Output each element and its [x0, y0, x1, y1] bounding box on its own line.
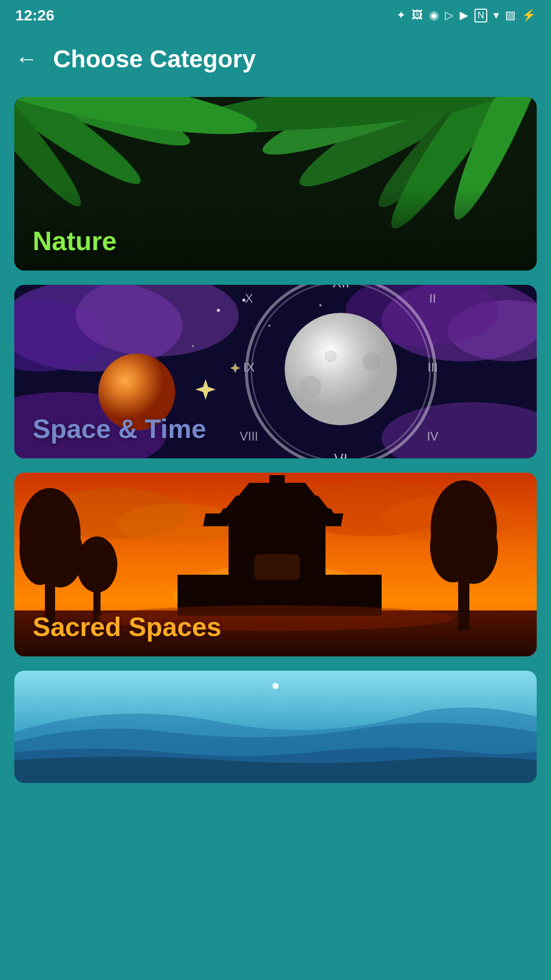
nfc-icon: N — [474, 9, 487, 22]
app-icon-2: 🖼 — [412, 9, 423, 22]
svg-rect-65 — [269, 475, 285, 485]
svg-marker-62 — [213, 508, 341, 524]
page-title: Choose Category — [53, 45, 256, 73]
app-icon-3: ◉ — [429, 9, 439, 22]
sacred-spaces-label: Sacred Spaces — [33, 611, 221, 642]
svg-point-45 — [353, 394, 369, 410]
svg-point-43 — [285, 313, 397, 425]
svg-point-74 — [77, 536, 117, 593]
back-button[interactable]: ← — [15, 47, 38, 70]
svg-text:XII: XII — [332, 285, 349, 290]
category-card-sacred-spaces[interactable]: Sacred Spaces — [14, 473, 537, 656]
svg-point-59 — [37, 521, 83, 587]
svg-point-77 — [272, 683, 279, 689]
app-icon-4: ▷ — [445, 9, 454, 22]
svg-point-25 — [192, 345, 194, 347]
svg-point-22 — [217, 309, 220, 312]
svg-text:VI: VI — [335, 455, 347, 458]
svg-point-24 — [319, 304, 321, 306]
svg-text:III: III — [428, 360, 438, 374]
svg-point-47 — [362, 352, 381, 371]
app-icon-1: ✦ — [396, 9, 406, 22]
svg-text:IV: IV — [427, 429, 439, 443]
svg-marker-66 — [203, 513, 229, 526]
svg-point-72 — [449, 514, 498, 584]
svg-text:IX: IX — [243, 360, 255, 374]
category-card-fourth[interactable] — [14, 671, 537, 783]
app-bar: ← Choose Category — [0, 31, 551, 87]
svg-point-46 — [324, 350, 337, 362]
svg-text:VIII: VIII — [240, 429, 258, 443]
category-card-nature[interactable]: Nature — [14, 97, 537, 271]
category-list: Nature — [0, 87, 551, 793]
app-icon-5: ▶ — [460, 9, 468, 22]
status-bar: 12:26 ✦ 🖼 ◉ ▷ ▶ N ▾ ▨ ⚡ — [0, 0, 551, 31]
wifi-icon: ▾ — [493, 9, 499, 22]
category-card-space-time[interactable]: XII III VI IX II IV III X VIII IX VI XII… — [14, 285, 537, 458]
space-time-label: Space & Time — [33, 413, 206, 444]
svg-marker-63 — [226, 496, 328, 508]
signal-icon: ▨ — [505, 9, 516, 22]
battery-icon: ⚡ — [522, 9, 536, 22]
status-time: 12:26 — [15, 7, 55, 24]
svg-marker-67 — [325, 513, 343, 526]
svg-point-44 — [299, 376, 321, 398]
svg-text:II: II — [429, 291, 436, 305]
svg-rect-68 — [254, 554, 300, 580]
nature-label: Nature — [33, 226, 117, 256]
svg-text:X: X — [245, 291, 253, 305]
svg-point-23 — [268, 325, 270, 327]
status-icons: ✦ 🖼 ◉ ▷ ▶ N ▾ ▨ ⚡ — [396, 9, 536, 22]
